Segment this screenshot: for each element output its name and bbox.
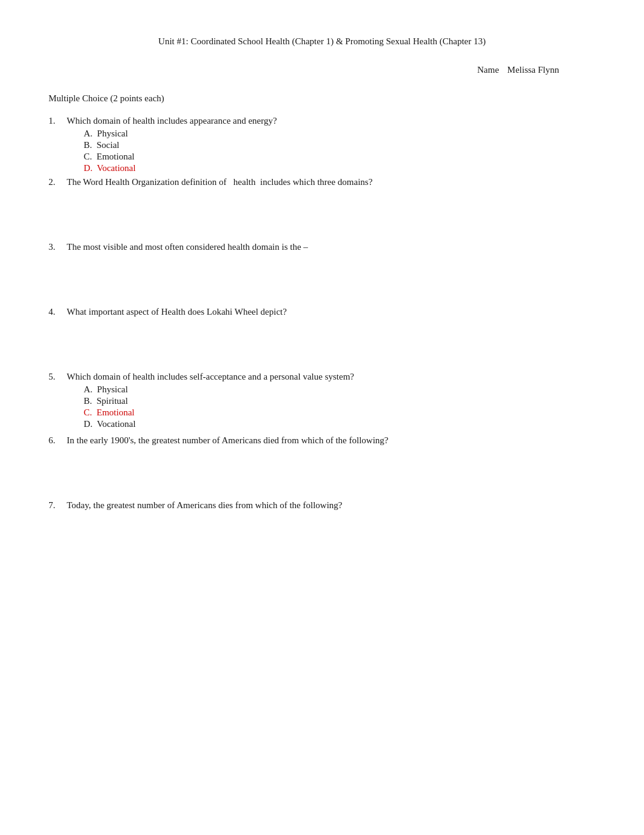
- q5-option-b: B. Spiritual: [84, 396, 595, 406]
- q5-options: A. Physical B. Spiritual C. Emotional D.…: [84, 384, 595, 429]
- q6-text: In the early 1900's, the greatest number…: [67, 435, 595, 446]
- q3-text: The most visible and most often consider…: [67, 242, 595, 252]
- q1-text: Which domain of health includes appearan…: [67, 116, 595, 126]
- question-2: 2. The Word Health Organization definiti…: [49, 177, 595, 187]
- questions-container: 1. Which domain of health includes appea…: [49, 116, 595, 511]
- q4-text: What important aspect of Health does Lok…: [67, 307, 595, 317]
- question-1: 1. Which domain of health includes appea…: [49, 116, 595, 173]
- q3-number: 3.: [49, 242, 67, 252]
- name-line: Name Melissa Flynn: [49, 65, 595, 75]
- page-title: Unit #1: Coordinated School Health (Chap…: [49, 36, 595, 47]
- q2-text: The Word Health Organization definition …: [67, 177, 595, 187]
- q5-option-d: D. Vocational: [84, 419, 595, 429]
- q1-options: A. Physical B. Social C. Emotional D. Vo…: [84, 129, 595, 173]
- name-label: Name: [477, 65, 499, 75]
- q6-number: 6.: [49, 435, 67, 446]
- q4-number: 4.: [49, 307, 67, 317]
- question-6: 6. In the early 1900's, the greatest num…: [49, 435, 595, 446]
- q5-option-a: A. Physical: [84, 384, 595, 395]
- q7-text: Today, the greatest number of Americans …: [67, 500, 595, 511]
- q1-option-b: B. Social: [84, 140, 595, 150]
- q5-option-c: C. Emotional: [84, 407, 595, 418]
- q1-option-d: D. Vocational: [84, 163, 595, 173]
- name-value: Melissa Flynn: [508, 65, 559, 75]
- q1-number: 1.: [49, 116, 67, 126]
- q2-number: 2.: [49, 177, 67, 187]
- q1-option-a: A. Physical: [84, 129, 595, 139]
- question-4: 4. What important aspect of Health does …: [49, 307, 595, 317]
- section-header: Multiple Choice (2 points each): [49, 93, 595, 104]
- question-3: 3. The most visible and most often consi…: [49, 242, 595, 252]
- q5-number: 5.: [49, 372, 67, 382]
- q1-option-c: C. Emotional: [84, 152, 595, 162]
- q7-number: 7.: [49, 500, 67, 511]
- question-7: 7. Today, the greatest number of America…: [49, 500, 595, 511]
- question-5: 5. Which domain of health includes self-…: [49, 372, 595, 429]
- q5-text: Which domain of health includes self-acc…: [67, 372, 595, 382]
